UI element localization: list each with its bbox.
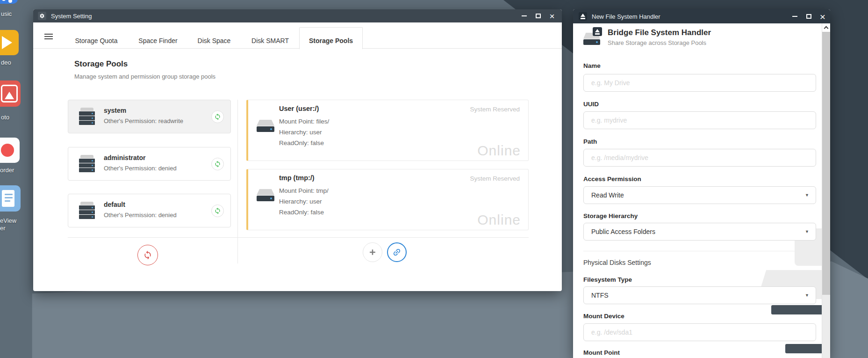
music-app-icon[interactable] (0, 0, 18, 4)
document-icon (2, 190, 14, 207)
system-setting-titlebar[interactable]: System Setting × (33, 9, 562, 22)
desktop: usic deo oto order eView er System Setti… (0, 0, 868, 358)
maximize-button[interactable] (531, 9, 545, 22)
recorder-app-icon[interactable] (0, 138, 20, 163)
section-divider (583, 251, 820, 251)
filesystem-type-label: Filesystem Type (583, 276, 632, 283)
scrollbar-thumb[interactable] (822, 32, 830, 295)
window-title: System Setting (51, 13, 92, 20)
mount-title: User (user:/) (279, 105, 319, 112)
play-icon (2, 36, 12, 49)
close-icon: × (820, 12, 825, 22)
chevron-down-icon: ▼ (805, 193, 809, 197)
mount-device-input[interactable] (583, 323, 816, 341)
uuid-label: UUID (583, 101, 599, 108)
document-line (5, 200, 10, 202)
music-app-label: usic (1, 10, 12, 17)
pool-sync-button[interactable] (211, 110, 224, 123)
filesystem-type-value: NTFS (591, 292, 609, 299)
pool-sync-button[interactable] (211, 158, 224, 170)
bridge-handler-icon (583, 27, 605, 45)
refresh-pools-button[interactable] (137, 245, 158, 265)
pool-permission: Other's Permission: denied (104, 165, 177, 172)
sync-icon (214, 161, 221, 168)
storage-hierarchy-label: Storage Hierarchy (583, 212, 638, 219)
mount-device-label: Mount Device (583, 313, 624, 320)
document-line (5, 194, 13, 195)
chevron-down-icon: ▼ (805, 229, 809, 234)
filesystem-type-select[interactable]: NTFS ▼ (583, 286, 816, 304)
close-icon: × (549, 12, 554, 21)
scroll-up-button[interactable] (822, 23, 830, 32)
chevron-up-icon (824, 26, 829, 31)
tab-storage-quota[interactable]: Storage Quota (75, 37, 117, 44)
access-permission-select[interactable]: Read Write ▼ (583, 186, 816, 204)
mount-title: tmp (tmp:/) (279, 174, 315, 182)
page-title: Storage Pools (74, 59, 128, 69)
close-button[interactable]: × (816, 9, 830, 23)
photo-app-icon[interactable] (0, 80, 21, 107)
path-input[interactable] (583, 149, 816, 167)
system-reserved-badge: System Reserved (470, 106, 520, 113)
pool-item-administrator[interactable]: administrator Other's Permission: denied (68, 147, 231, 181)
music-note-dot (2, 0, 6, 1)
name-input[interactable] (583, 74, 816, 92)
pool-permission: Other's Permission: denied (104, 212, 177, 219)
tab-space-finder[interactable]: Space Finder (138, 37, 177, 44)
page-subtitle: Manage system and permission group stora… (74, 73, 215, 80)
tab-disk-smart[interactable]: Disk SMART (251, 37, 289, 44)
menu-icon[interactable] (44, 34, 53, 39)
disk-icon (257, 120, 274, 133)
add-mount-button[interactable] (363, 242, 382, 262)
name-label: Name (583, 62, 601, 69)
server-icon (79, 155, 95, 173)
readonly-line: ReadOnly: false (279, 139, 324, 146)
maximize-icon (806, 14, 811, 19)
hierarchy-line: Hierarchy: user (279, 129, 322, 136)
plus-icon (368, 248, 377, 257)
pool-item-system[interactable]: system Other's Permission: readwrite (68, 100, 231, 133)
storage-hierarchy-value: Public Access Folders (591, 228, 655, 235)
pool-item-default[interactable]: default Other's Permission: denied (68, 194, 231, 227)
window-title: New File System Handler (592, 13, 660, 20)
tab-storage-pools[interactable]: Storage Pools (309, 37, 353, 44)
readonly-line: ReadOnly: false (279, 209, 324, 216)
scrollbar[interactable] (822, 23, 830, 358)
maximize-button[interactable] (802, 9, 816, 23)
drive-eject-icon (579, 12, 587, 21)
mount-point-label: Mount Point (583, 349, 620, 356)
uuid-input[interactable] (583, 111, 816, 129)
close-button[interactable]: × (545, 9, 559, 22)
link-mount-button[interactable] (387, 242, 407, 262)
viewer-app-label-2: er (0, 225, 6, 232)
handler-titlebar[interactable]: New File System Handler × (573, 9, 830, 23)
mount-card-user[interactable]: User (user:/) System Reserved Mount Poin… (246, 100, 529, 161)
pool-sync-button[interactable] (211, 205, 224, 217)
minimize-button[interactable] (788, 9, 802, 23)
viewer-app-icon[interactable] (0, 185, 21, 212)
minimize-button[interactable] (517, 9, 531, 22)
maximize-icon (536, 14, 541, 18)
storage-hierarchy-select[interactable]: Public Access Folders ▼ (583, 223, 816, 241)
viewer-app-label: eView (0, 217, 16, 224)
photo-app-label: oto (1, 114, 9, 121)
handler-header-subtitle: Share Storage across Storage Pools (608, 39, 706, 46)
server-icon (79, 108, 95, 125)
minimize-icon (792, 16, 797, 17)
physical-disks-section-label: Physical Disks Settings (583, 259, 651, 266)
access-permission-label: Access Permission (583, 175, 641, 183)
system-reserved-badge: System Reserved (470, 175, 520, 182)
divider (68, 237, 529, 238)
tab-bar: Storage Quota Space Finder Disk Space Di… (33, 22, 562, 49)
mount-card-tmp[interactable]: tmp (tmp:/) System Reserved Mount Point:… (246, 169, 529, 230)
chevron-down-icon: ▼ (805, 293, 809, 298)
video-app-icon[interactable] (0, 30, 19, 55)
handler-header-title: Bridge File System Handler (608, 28, 711, 37)
tab-disk-space[interactable]: Disk Space (198, 37, 231, 44)
mount-point-line: Mount Point: files/ (279, 118, 329, 125)
sync-icon (214, 113, 221, 120)
recorder-app-label: order (0, 167, 14, 174)
music-note-dot (8, 0, 12, 3)
pool-name: administrator (104, 154, 145, 161)
online-status: Online (477, 212, 521, 228)
